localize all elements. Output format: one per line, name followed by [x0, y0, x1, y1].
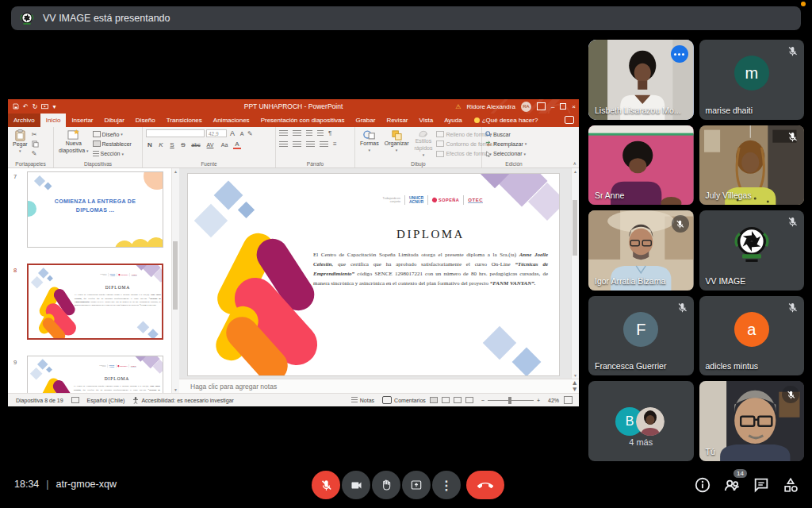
- info-button[interactable]: [694, 476, 711, 494]
- copy-icon[interactable]: [32, 140, 39, 148]
- accessibility-status[interactable]: Accesibilidad: es necesario investigar: [132, 397, 233, 404]
- italic-button[interactable]: K: [157, 141, 165, 148]
- slide-sorter-view-button[interactable]: [442, 397, 450, 403]
- notes-toggle[interactable]: Notas: [351, 397, 374, 403]
- notes-scroll-arrows[interactable]: ▲▼: [561, 380, 578, 393]
- paste-button[interactable]: Pegar▾: [11, 129, 29, 159]
- text-direction-icon[interactable]: ¶: [328, 129, 331, 137]
- tab-animaciones[interactable]: Animaciones: [208, 114, 255, 127]
- collapse-ribbon-icon[interactable]: ∧: [573, 160, 576, 166]
- tab-presentacion[interactable]: Presentación con diapositivas: [255, 114, 350, 127]
- bold-button[interactable]: N: [146, 141, 154, 148]
- reading-view-button[interactable]: [454, 397, 462, 403]
- minimize-button[interactable]: –: [551, 103, 554, 110]
- close-button[interactable]: ×: [572, 103, 576, 110]
- font-name-box[interactable]: [146, 129, 205, 137]
- slide-thumbnail-8[interactable]: Trabajando en conjunto UNHCRACNUR SOPEÑA…: [27, 264, 163, 340]
- normal-view-button[interactable]: [430, 397, 438, 403]
- format-painter-icon[interactable]: ✎: [32, 150, 39, 157]
- quick-styles-button[interactable]: Estilos rápidos ▾: [412, 129, 434, 159]
- align-center-icon[interactable]: [293, 141, 301, 148]
- tab-archivo[interactable]: Archivo: [8, 114, 40, 127]
- tell-me-box[interactable]: ¿Qué desea hacer?: [482, 117, 538, 124]
- overflow-tile[interactable]: B 4 más: [588, 381, 694, 461]
- participant-tile-self[interactable]: Tú: [699, 381, 805, 461]
- chat-button[interactable]: [753, 476, 770, 494]
- save-icon[interactable]: [13, 103, 19, 110]
- qat-caret-icon[interactable]: ▾: [52, 103, 56, 110]
- editor-scrollbar[interactable]: ▲ ▼: [571, 168, 579, 379]
- slideshow-icon[interactable]: [41, 104, 48, 110]
- participant-tile[interactable]: m marise dhaiti: [699, 40, 805, 120]
- clear-format-icon[interactable]: ✎: [247, 130, 253, 137]
- cut-icon[interactable]: ✂: [32, 131, 39, 138]
- slide-thumbnail-7[interactable]: COMIENZA LA ENTREGA DE DIPLOMAS ...: [27, 171, 163, 248]
- tab-insertar[interactable]: Insertar: [66, 114, 98, 127]
- arrange-button[interactable]: Organizar▾: [383, 129, 411, 159]
- font-size-box[interactable]: 42,9: [206, 129, 227, 137]
- participant-tile[interactable]: a adicles mintus: [699, 296, 805, 376]
- numbering-icon[interactable]: [293, 130, 301, 137]
- shapes-button[interactable]: Formas▾: [358, 129, 381, 159]
- shadow-button[interactable]: abc: [190, 142, 201, 148]
- underline-button[interactable]: S: [168, 141, 176, 148]
- participant-tile[interactable]: VV IMAGE: [699, 210, 805, 291]
- tab-vista[interactable]: Vista: [414, 114, 439, 127]
- align-right-icon[interactable]: [306, 141, 315, 148]
- notes-pane[interactable]: Haga clic para agregar notas ▲▼: [179, 379, 579, 393]
- new-slide-button[interactable]: Nueva diapositiva ▾: [57, 129, 90, 159]
- slide-thumbnail-9[interactable]: Trabajando en conjunto UNHCRACNUR SOPEÑA…: [27, 356, 163, 393]
- participant-tile[interactable]: Lisbeth Lisarazou Mo...: [588, 40, 694, 120]
- participant-tile[interactable]: July Villegas: [699, 125, 805, 206]
- tab-grabar[interactable]: Grabar: [350, 114, 381, 127]
- bullets-icon[interactable]: [279, 130, 288, 137]
- redo-icon[interactable]: ↻: [33, 103, 38, 110]
- slide-canvas[interactable]: Trabajando en conjunto UNHCRACNUR SOPEÑA…: [188, 174, 559, 375]
- camera-toggle-button[interactable]: [342, 471, 370, 499]
- reset-button[interactable]: Restablecer: [93, 140, 132, 147]
- shrink-font-icon[interactable]: A: [238, 131, 246, 137]
- comments-toggle[interactable]: Comentarios: [382, 396, 426, 404]
- tab-ayuda[interactable]: Ayuda: [439, 114, 468, 127]
- zoom-slider[interactable]: [488, 400, 534, 401]
- zoom-out-button[interactable]: −: [481, 398, 485, 403]
- justify-icon[interactable]: [320, 141, 328, 148]
- more-options-button[interactable]: ⋮: [432, 471, 461, 499]
- tab-transiciones[interactable]: Transiciones: [161, 114, 208, 127]
- comments-bubble-icon[interactable]: [565, 116, 574, 124]
- layout-button[interactable]: Diseño▾: [93, 131, 132, 137]
- select-button[interactable]: Seleccionar▾: [485, 151, 527, 157]
- present-button[interactable]: [402, 471, 431, 499]
- tab-dibujar[interactable]: Dibujar: [99, 114, 130, 127]
- char-spacing-button[interactable]: AV: [205, 142, 216, 148]
- activities-button[interactable]: [782, 476, 799, 494]
- restore-button[interactable]: [560, 103, 566, 110]
- participant-tile[interactable]: Igor Arratia Bizama: [588, 210, 694, 291]
- participant-tile[interactable]: Sr Anne: [588, 125, 694, 206]
- strikethrough-button[interactable]: S: [179, 141, 187, 148]
- replace-button[interactable]: Reemplazar▾: [485, 140, 527, 147]
- mic-toggle-button[interactable]: [312, 471, 340, 499]
- find-button[interactable]: Buscar: [485, 131, 527, 137]
- people-button[interactable]: 14: [723, 476, 741, 494]
- change-case-button[interactable]: Aa: [219, 142, 230, 148]
- undo-icon[interactable]: ↶: [23, 103, 29, 110]
- thumbnail-scrollbar[interactable]: ▲ ▼: [171, 168, 179, 393]
- slideshow-view-button[interactable]: [465, 397, 473, 403]
- fit-to-window-icon[interactable]: [564, 396, 573, 404]
- language-status[interactable]: Español (Chile): [87, 398, 125, 403]
- indent-decrease-icon[interactable]: [306, 130, 312, 137]
- ribbon-options-icon[interactable]: [537, 102, 546, 110]
- tab-diseno[interactable]: Diseño: [130, 114, 161, 127]
- account-name[interactable]: Ridore Alexandra: [467, 103, 515, 110]
- zoom-in-button[interactable]: +: [537, 398, 540, 403]
- section-button[interactable]: Sección▾: [93, 151, 132, 157]
- zoom-level[interactable]: 42%: [548, 398, 559, 403]
- grow-font-icon[interactable]: A: [228, 129, 236, 137]
- columns-icon[interactable]: ≡: [333, 140, 337, 148]
- indent-increase-icon[interactable]: [317, 130, 324, 137]
- account-avatar[interactable]: RA: [521, 102, 531, 112]
- participant-tile[interactable]: F Francesca Guerrier: [588, 296, 694, 376]
- tab-inicio[interactable]: Inicio: [40, 114, 67, 127]
- font-color-button[interactable]: A: [233, 140, 241, 149]
